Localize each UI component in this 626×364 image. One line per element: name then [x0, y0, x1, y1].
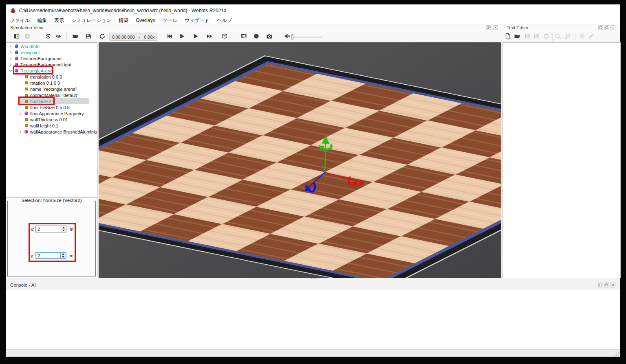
tree-item-TexturedBackground[interactable]: TexturedBackground — [6, 55, 97, 61]
movie-record-icon — [240, 33, 247, 41]
maximize-window-button[interactable] — [598, 25, 604, 31]
spinner — [60, 253, 66, 258]
chevron-down-icon[interactable] — [8, 68, 13, 73]
tree-spacer — [18, 75, 23, 79]
edit-tool-button[interactable] — [586, 33, 595, 42]
open-file-button[interactable] — [513, 33, 522, 42]
chevron-right-icon[interactable] — [8, 62, 13, 67]
menu-item-1[interactable]: 編集 — [33, 17, 51, 24]
tree-item-wallThickness[interactable]: wallThickness 0.01 — [6, 116, 97, 123]
window-title: C:¥Users¥demura¥webots¥hello_world¥world… — [19, 8, 227, 13]
3d-viewport[interactable] — [99, 42, 501, 278]
spin-down-icon — [62, 230, 65, 231]
field-label: y: — [6, 253, 35, 258]
tree-item-name[interactable]: name "rectangle arena" — [6, 86, 97, 92]
rewind-button[interactable] — [165, 33, 174, 42]
tree-item-WorldInfo[interactable]: WorldInfo — [6, 43, 97, 49]
volume-slider[interactable] — [292, 37, 322, 37]
screenshot-button[interactable] — [265, 33, 274, 42]
mute-sound-button[interactable] — [283, 33, 292, 42]
pencil-icon — [588, 33, 594, 41]
sphere-magenta-icon — [13, 68, 19, 73]
menu-item-2[interactable]: 表示 — [51, 17, 68, 24]
find-replace-button[interactable] — [563, 33, 572, 42]
toolbar-separator — [36, 33, 36, 41]
chevron-right-icon[interactable] — [8, 50, 13, 55]
tree-item-wallHeight[interactable]: wallHeight 0.1 — [6, 123, 97, 129]
tree-item-RectangleArena[interactable]: RectangleArena — [6, 68, 97, 74]
chevron-right-icon[interactable] — [18, 111, 23, 116]
preferences-button[interactable] — [578, 33, 586, 42]
tree-item-floorSize[interactable]: floorSize 2 2 — [6, 98, 97, 104]
chevron-right-icon[interactable] — [8, 56, 13, 61]
fast-forward-button[interactable] — [205, 33, 214, 42]
maximize-window-button[interactable] — [598, 282, 604, 288]
mute-sound-icon — [284, 33, 291, 41]
tree-item-wallAppearance[interactable]: wallAppearance BrushedAluminium — [6, 129, 97, 135]
tree-item-contactMaterial[interactable]: contactMaterial "default" — [6, 92, 97, 98]
chevron-right-icon[interactable] — [8, 44, 13, 49]
tree-item-label: wallAppearance BrushedAluminium — [30, 129, 97, 134]
movie-record-button[interactable] — [239, 33, 248, 42]
play-button[interactable] — [191, 33, 200, 42]
menu-item-7[interactable]: ウィザード — [181, 17, 213, 24]
close-window-button[interactable] — [610, 25, 616, 31]
spin-up-button[interactable] — [61, 226, 66, 229]
field-icon — [23, 123, 29, 128]
float-window-button[interactable] — [604, 25, 610, 31]
add-node-button[interactable] — [23, 33, 32, 42]
close-window-button[interactable] — [493, 25, 499, 31]
tree-item-rotation[interactable]: rotation 0 1 0 0 — [6, 80, 97, 86]
menu-item-4[interactable]: 構築 — [115, 17, 132, 24]
follow-object-button[interactable] — [54, 33, 63, 42]
tree-item-TexturedBackgroundLight[interactable]: TexturedBackgroundLight — [6, 61, 97, 68]
restore-viewpoint-button[interactable] — [44, 33, 53, 42]
maximize-window-icon — [598, 25, 604, 32]
new-file-button[interactable] — [503, 33, 512, 42]
menu-item-6[interactable]: ツール — [159, 17, 181, 24]
menu-item-0[interactable]: ファイル — [6, 17, 33, 24]
find-button[interactable] — [553, 33, 562, 42]
menu-item-3[interactable]: シミュレーション — [68, 17, 115, 24]
tree-item-translation[interactable]: translation 0 0 0 — [6, 74, 97, 80]
open-world-button[interactable] — [71, 33, 80, 42]
tree-spacer — [18, 117, 23, 122]
sphere-blue-icon — [13, 44, 19, 49]
save-world-button[interactable] — [84, 33, 93, 42]
spin-down-button[interactable] — [61, 256, 66, 259]
sphere-magenta-icon — [13, 56, 19, 61]
toolbar-separator — [66, 33, 67, 41]
chevron-right-icon[interactable] — [18, 129, 23, 134]
field-row-x: x:2m — [6, 226, 97, 232]
field-editor-panel: ••• Selection: floorSize (Vector2) x:2my… — [6, 197, 97, 278]
field-icon — [23, 92, 29, 98]
y-value-input[interactable]: 2 — [35, 252, 66, 259]
x-value-input[interactable]: 2 — [35, 226, 66, 232]
perspective-view-button[interactable] — [220, 33, 229, 42]
tree-item-floorTileSize[interactable]: floorTileSize 0.5 0.5 — [6, 104, 97, 110]
reload-world-button[interactable] — [98, 33, 107, 42]
scene-tree-panel: WorldInfoViewpointTexturedBackgroundText… — [6, 42, 97, 197]
tree-item-floorAppearance[interactable]: floorAppearance Parquetry — [6, 110, 97, 116]
tree-item-Viewpoint[interactable]: Viewpoint — [6, 49, 97, 55]
save-file-button[interactable] — [523, 33, 532, 42]
toggle-scene-tree-button[interactable] — [12, 33, 21, 42]
close-window-button[interactable] — [610, 282, 616, 288]
field-unit: m — [70, 227, 73, 232]
float-window-button[interactable] — [604, 282, 610, 288]
text-editor-area[interactable] — [503, 42, 621, 278]
tree-item-label: contactMaterial "default" — [30, 93, 78, 98]
menu-item-8[interactable]: ヘルプ — [213, 17, 236, 24]
splitter-grip[interactable]: ••• — [311, 278, 317, 280]
save-file-as-button[interactable] — [532, 33, 541, 42]
restore-viewpoint-icon — [45, 33, 51, 41]
animation-record-button[interactable] — [252, 33, 261, 42]
float-window-button[interactable] — [485, 25, 492, 31]
spin-down-button[interactable] — [61, 229, 66, 232]
find-icon — [555, 33, 561, 41]
menu-item-5[interactable]: Overlays — [132, 18, 159, 23]
menu-bar: ファイル編集表示シミュレーション構築Overlaysツールウィザードヘルプ — [6, 17, 620, 24]
step-button[interactable] — [178, 33, 187, 42]
revert-file-button[interactable] — [542, 33, 551, 42]
resize-grip-icon[interactable] — [614, 351, 619, 356]
